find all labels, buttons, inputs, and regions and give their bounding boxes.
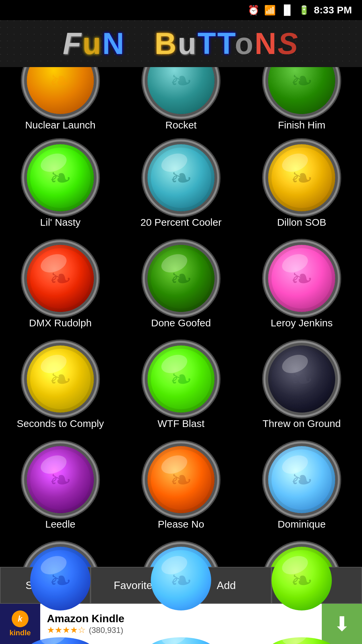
battery-icon: 🔋	[299, 5, 309, 15]
button-leroy-jenkins[interactable]: ❧	[268, 245, 335, 312]
cell-dominique[interactable]: ❧ Dominique	[241, 439, 362, 540]
partial-cell-rocket[interactable]: ❧ Rocket	[121, 67, 241, 134]
status-bar: ⏰ 📶 ▐▌ 🔋 8:33 PM	[0, 0, 362, 20]
status-icons: ⏰ 📶 ▐▌ 🔋 8:33 PM	[248, 4, 352, 16]
button-lil-nasty[interactable]: ❧	[27, 144, 94, 211]
button-20-percent-cooler[interactable]: ❧	[147, 144, 215, 211]
button-seconds-to-comply-label: Seconds to Comply	[17, 418, 104, 429]
cell-seconds-to-comply[interactable]: ❧ Seconds to Comply	[0, 339, 121, 439]
partial-cell-nuclear[interactable]: ❧ Nuclear Launch	[0, 67, 121, 134]
partial-button-row: ❧ Nuclear Launch ❧ Rocket ❧ Finish Him	[0, 67, 362, 134]
cell-wtf-blast[interactable]: ❧ WTF Blast	[121, 339, 241, 439]
button-rocket[interactable]: ❧	[147, 67, 215, 114]
button-wtf-blast[interactable]: ❧	[147, 345, 215, 413]
signal-icon: ▐▌	[281, 5, 294, 15]
button-threw-on-ground[interactable]: ❧	[268, 345, 335, 413]
ad-content: Amazon Kindle ★★★★☆ (380,931)	[40, 609, 322, 639]
button-grid: ❧ Lil' Nasty ❧ 20 Percent Cooler ❧ Dillo…	[0, 134, 362, 644]
button-nuclear-launch[interactable]: ❧	[27, 67, 94, 114]
button-leedle[interactable]: ❧	[27, 446, 94, 513]
button-threw-on-ground-label: Threw on Ground	[262, 418, 341, 429]
button-finish-him[interactable]: ❧	[268, 67, 335, 114]
button-seconds-to-comply[interactable]: ❧	[27, 345, 94, 413]
cell-dmx-rudolph[interactable]: ❧ DMX Rudolph	[0, 238, 121, 339]
button-leedle-label: Leedle	[45, 519, 75, 530]
cell-leroy-jenkins[interactable]: ❧ Leroy Jenkins	[241, 238, 362, 339]
button-lil-nasty-label: Lil' Nasty	[40, 217, 81, 228]
button-20-percent-cooler-label: 20 Percent Cooler	[140, 217, 222, 228]
ad-brand-wordmark: kindle	[9, 629, 31, 637]
cell-threw-on-ground[interactable]: ❧ Threw on Ground	[241, 339, 362, 439]
ad-brand-icon: k	[12, 610, 28, 627]
button-dominique[interactable]: ❧	[268, 446, 335, 513]
ad-download-icon: ⬇	[334, 612, 350, 636]
button-done-goofed-label: Done Goofed	[151, 317, 211, 329]
button-leroy-jenkins-label: Leroy Jenkins	[270, 317, 333, 329]
cell-dillon-sob[interactable]: ❧ Dillon SOB	[241, 138, 362, 238]
button-please-no[interactable]: ❧	[147, 446, 215, 513]
cell-please-no[interactable]: ❧ Please No	[121, 439, 241, 540]
button-dmx-rudolph[interactable]: ❧	[27, 245, 94, 312]
cell-lil-nasty[interactable]: ❧ Lil' Nasty	[0, 138, 121, 238]
button-dillon-sob-label: Dillon SOB	[277, 217, 326, 228]
button-nuclear-launch-label: Nuclear Launch	[25, 119, 96, 131]
button-finish-him-label: Finish Him	[278, 119, 325, 131]
button-done-goofed[interactable]: ❧	[147, 245, 215, 312]
app-logo: FuN BuTToNS	[63, 26, 299, 61]
button-rocket-label: Rocket	[165, 119, 196, 131]
button-please-no-label: Please No	[158, 519, 204, 530]
cell-done-goofed[interactable]: ❧ Done Goofed	[121, 238, 241, 339]
ad-rating-count: (380,931)	[89, 626, 123, 635]
button-dmx-rudolph-label: DMX Rudolph	[29, 317, 92, 329]
alarm-icon: ⏰	[248, 5, 259, 16]
cell-20-percent-cooler[interactable]: ❧ 20 Percent Cooler	[121, 138, 241, 238]
button-dominique-label: Dominique	[278, 519, 325, 530]
wifi-icon: 📶	[264, 5, 276, 16]
button-wtf-blast-label: WTF Blast	[158, 418, 204, 429]
ad-stars: ★★★★☆	[47, 625, 85, 635]
cell-leedle[interactable]: ❧ Leedle	[0, 439, 121, 540]
ad-title: Amazon Kindle	[47, 612, 315, 625]
app-header: FuN BuTToNS	[0, 20, 362, 67]
partial-cell-finish-him[interactable]: ❧ Finish Him	[241, 67, 362, 134]
status-time: 8:33 PM	[314, 4, 352, 16]
button-dillon-sob[interactable]: ❧	[268, 144, 335, 211]
